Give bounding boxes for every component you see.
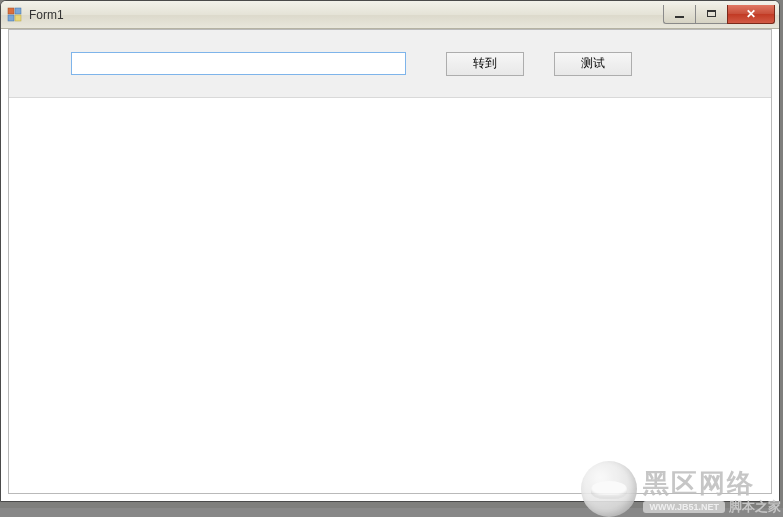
url-input[interactable] bbox=[71, 52, 406, 75]
svg-rect-3 bbox=[15, 15, 21, 21]
titlebar[interactable]: Form1 ✕ bbox=[1, 1, 779, 29]
close-button[interactable]: ✕ bbox=[727, 5, 775, 24]
client-area: 转到 测试 bbox=[8, 29, 772, 494]
svg-rect-0 bbox=[8, 8, 14, 14]
maximize-icon bbox=[707, 10, 716, 17]
watermark-url-badge: WWW.JB51.NET bbox=[643, 501, 725, 513]
svg-rect-2 bbox=[8, 15, 14, 21]
minimize-icon bbox=[675, 16, 684, 18]
window-title: Form1 bbox=[29, 8, 663, 22]
close-icon: ✕ bbox=[746, 8, 756, 20]
test-button[interactable]: 测试 bbox=[554, 52, 632, 76]
minimize-button[interactable] bbox=[663, 5, 695, 24]
toolbar-panel: 转到 测试 bbox=[9, 30, 771, 98]
content-area bbox=[9, 98, 771, 493]
application-window: Form1 ✕ 转到 测试 bbox=[0, 0, 780, 502]
go-button[interactable]: 转到 bbox=[446, 52, 524, 76]
app-icon bbox=[7, 7, 23, 23]
maximize-button[interactable] bbox=[695, 5, 727, 24]
window-controls: ✕ bbox=[663, 6, 775, 24]
svg-rect-1 bbox=[15, 8, 21, 14]
